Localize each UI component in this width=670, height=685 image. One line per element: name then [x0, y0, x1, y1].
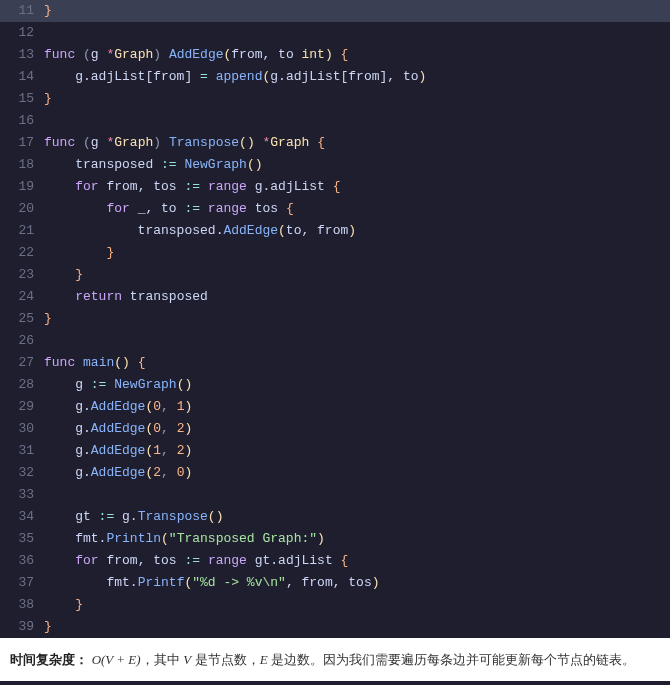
line-number: 37 [0, 572, 44, 594]
code-line: 18 transposed := NewGraph() [0, 154, 670, 176]
code-content: } [44, 308, 670, 330]
code-line: 30 g.AddEdge(0, 2) [0, 418, 670, 440]
code-content [44, 22, 670, 44]
code-line: 28 g := NewGraph() [0, 374, 670, 396]
line-number: 33 [0, 484, 44, 506]
code-content: g := NewGraph() [44, 374, 670, 396]
code-content: g.AddEdge(2, 0) [44, 462, 670, 484]
line-number: 28 [0, 374, 44, 396]
code-line: 23 } [0, 264, 670, 286]
line-number: 24 [0, 286, 44, 308]
code-content: } [44, 0, 670, 22]
line-number: 18 [0, 154, 44, 176]
code-content: } [44, 242, 670, 264]
code-content: } [44, 594, 670, 616]
line-number: 26 [0, 330, 44, 352]
line-number: 38 [0, 594, 44, 616]
line-number: 15 [0, 88, 44, 110]
code-line: 26 [0, 330, 670, 352]
line-number: 32 [0, 462, 44, 484]
var-e: E [260, 652, 268, 667]
line-number: 19 [0, 176, 44, 198]
code-content: } [44, 616, 670, 638]
var-v: V [183, 652, 191, 667]
line-number: 27 [0, 352, 44, 374]
code-editor: 11} 12 13func (g *Graph) AddEdge(from, t… [0, 0, 670, 638]
code-line: 11} [0, 0, 670, 22]
code-content: func main() { [44, 352, 670, 374]
code-content: for _, to := range tos { [44, 198, 670, 220]
code-line: 38 } [0, 594, 670, 616]
code-line: 22 } [0, 242, 670, 264]
line-number: 12 [0, 22, 44, 44]
code-content: transposed := NewGraph() [44, 154, 670, 176]
code-line: 34 gt := g.Transpose() [0, 506, 670, 528]
footer-text: 是节点数， [191, 652, 260, 667]
line-number: 14 [0, 66, 44, 88]
line-number: 22 [0, 242, 44, 264]
line-number: 20 [0, 198, 44, 220]
code-content: fmt.Println("Transposed Graph:") [44, 528, 670, 550]
complexity-note: 时间复杂度： O(V + E)，其中 V 是节点数，E 是边数。因为我们需要遍历… [0, 638, 670, 681]
code-content: for from, tos := range gt.adjList { [44, 550, 670, 572]
footer-text: 是边数。因为我们需要遍历每条边并可能更新每个节点的链表。 [268, 652, 636, 667]
code-line: 29 g.AddEdge(0, 1) [0, 396, 670, 418]
line-number: 25 [0, 308, 44, 330]
code-line: 31 g.AddEdge(1, 2) [0, 440, 670, 462]
line-number: 36 [0, 550, 44, 572]
code-line: 16 [0, 110, 670, 132]
complexity-label: 时间复杂度： [10, 652, 88, 667]
line-number: 21 [0, 220, 44, 242]
code-line: 14 g.adjList[from] = append(g.adjList[fr… [0, 66, 670, 88]
line-number: 29 [0, 396, 44, 418]
line-number: 17 [0, 132, 44, 154]
code-line: 25} [0, 308, 670, 330]
code-content: return transposed [44, 286, 670, 308]
code-content: g.AddEdge(0, 1) [44, 396, 670, 418]
code-content: } [44, 88, 670, 110]
code-content: gt := g.Transpose() [44, 506, 670, 528]
line-number: 16 [0, 110, 44, 132]
code-content [44, 110, 670, 132]
code-content: g.AddEdge(1, 2) [44, 440, 670, 462]
line-number: 11 [0, 0, 44, 22]
code-line: 33 [0, 484, 670, 506]
complexity-formula: O(V + E) [92, 652, 141, 667]
code-line: 39} [0, 616, 670, 638]
code-line: 12 [0, 22, 670, 44]
line-number: 35 [0, 528, 44, 550]
footer-text: ，其中 [141, 652, 184, 667]
code-line: 37 fmt.Printf("%d -> %v\n", from, tos) [0, 572, 670, 594]
code-content [44, 484, 670, 506]
code-line: 35 fmt.Println("Transposed Graph:") [0, 528, 670, 550]
code-line: 24 return transposed [0, 286, 670, 308]
line-number: 39 [0, 616, 44, 638]
code-content: fmt.Printf("%d -> %v\n", from, tos) [44, 572, 670, 594]
code-content: } [44, 264, 670, 286]
code-content: transposed.AddEdge(to, from) [44, 220, 670, 242]
code-line: 15} [0, 88, 670, 110]
code-line: 27func main() { [0, 352, 670, 374]
code-content: for from, tos := range g.adjList { [44, 176, 670, 198]
code-line: 21 transposed.AddEdge(to, from) [0, 220, 670, 242]
line-number: 30 [0, 418, 44, 440]
code-line: 17func (g *Graph) Transpose() *Graph { [0, 132, 670, 154]
code-content: g.AddEdge(0, 2) [44, 418, 670, 440]
code-line: 13func (g *Graph) AddEdge(from, to int) … [0, 44, 670, 66]
line-number: 34 [0, 506, 44, 528]
line-number: 23 [0, 264, 44, 286]
code-content [44, 330, 670, 352]
code-line: 19 for from, tos := range g.adjList { [0, 176, 670, 198]
code-line: 32 g.AddEdge(2, 0) [0, 462, 670, 484]
code-line: 36 for from, tos := range gt.adjList { [0, 550, 670, 572]
code-content: func (g *Graph) AddEdge(from, to int) { [44, 44, 670, 66]
code-content: func (g *Graph) Transpose() *Graph { [44, 132, 670, 154]
line-number: 31 [0, 440, 44, 462]
code-line: 20 for _, to := range tos { [0, 198, 670, 220]
code-content: g.adjList[from] = append(g.adjList[from]… [44, 66, 670, 88]
line-number: 13 [0, 44, 44, 66]
